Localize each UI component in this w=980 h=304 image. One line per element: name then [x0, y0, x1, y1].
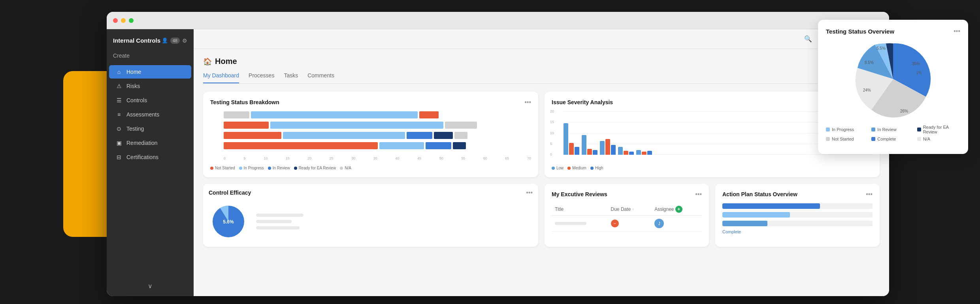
sidebar-item-controls[interactable]: ☰ Controls [109, 94, 191, 107]
action-bars [722, 203, 873, 226]
sidebar-item-home[interactable]: ⌂ Home [109, 65, 191, 79]
issue-severity-legend: Low Medium High [552, 166, 873, 170]
testing-panel-title: Testing Status Overview [826, 28, 894, 35]
sidebar-item-certifications-label: Certifications [126, 154, 158, 160]
legend-light-blue: In Progress [239, 166, 264, 170]
assessments-icon: ≡ [115, 111, 122, 118]
sidebar-title: Internal Controls [113, 37, 160, 44]
controls-icon: ☰ [115, 97, 122, 103]
legend-gray: N/A [340, 166, 351, 170]
main-content: 🔍 ⚙ 🔔 ? L L ▾ 🏠 Home My Dash [194, 29, 889, 296]
sidebar-item-controls-label: Controls [126, 97, 147, 103]
bar-axis: 0 5 10 15 20 25 30 35 40 45 50 [210, 156, 531, 160]
action-bar-overdue [722, 203, 873, 209]
tab-processes[interactable]: Processes [249, 72, 274, 83]
sidebar: Internal Controls 👤 48 ⚙ Create ⌂ Home ⚠ [107, 29, 194, 296]
card-control-efficacy-title: Control Efficacy [209, 190, 251, 196]
person-icon: 👤 [162, 38, 168, 43]
svg-text:26%: 26% [900, 109, 908, 113]
card-testing-breakdown-title: Testing Status Breakdown [210, 99, 279, 105]
sidebar-item-assessments-label: Assessments [126, 111, 159, 118]
bar-seg-lblue-1 [251, 111, 418, 118]
gear-icon[interactable]: ⚙ [182, 38, 187, 44]
tab-tasks[interactable]: Tasks [284, 72, 298, 83]
legend-ready-ea: Ready for EA Review [917, 125, 960, 134]
bar-seg-lblue-4 [379, 142, 424, 149]
bar-row-2 [210, 122, 531, 129]
bar-seg-gray-1 [224, 111, 249, 118]
bar-seg-orange-2 [224, 122, 269, 129]
issue-bar-group-3 [600, 139, 616, 155]
efficacy-card-body: 5.6% [209, 202, 533, 241]
dashboard-grid: Testing Status Breakdown ••• [203, 92, 880, 247]
add-assignee-icon[interactable]: + [675, 206, 682, 213]
sidebar-collapse-icon[interactable]: ∨ [148, 282, 153, 290]
tab-comments[interactable]: Comments [307, 72, 334, 83]
search-icon[interactable]: 🔍 [804, 35, 812, 43]
action-bar-complete [722, 221, 873, 226]
sidebar-item-testing-label: Testing [126, 126, 144, 132]
card-executive-reviews-menu[interactable]: ••• [695, 191, 702, 198]
traffic-light-red[interactable] [113, 18, 118, 23]
tab-dashboard[interactable]: My Dashboard [203, 72, 239, 83]
bar-chart-rows [210, 111, 531, 155]
bar-seg-dblue-4 [453, 142, 466, 149]
issue-bar-group-2 [582, 135, 597, 155]
testing-pie-chart-svg: 1% 35% 26% 24% 8.5% 5.5% [854, 39, 933, 118]
card-action-plan: Action Plan Status Overview ••• [715, 184, 880, 247]
card-testing-breakdown-header: Testing Status Breakdown ••• [210, 99, 531, 106]
sidebar-item-remediation-label: Remediation [126, 140, 158, 146]
sidebar-header: Internal Controls 👤 48 ⚙ [107, 34, 194, 50]
sidebar-item-certifications[interactable]: ⊟ Certifications [109, 150, 191, 164]
top-toolbar: 🔍 ⚙ 🔔 ? L L ▾ [194, 29, 889, 49]
card-control-efficacy-menu[interactable]: ••• [526, 189, 533, 196]
page-header: 🏠 Home [203, 57, 880, 66]
sidebar-item-risks[interactable]: ⚠ Risks [109, 79, 191, 93]
card-executive-reviews-title: My Excutive Reviews [552, 191, 607, 197]
card-action-plan-header: Action Plan Status Overview ••• [722, 191, 873, 198]
testing-panel-menu[interactable]: ••• [954, 28, 960, 35]
testing-overview-panel: Testing Status Overview ••• 1 [818, 20, 968, 154]
sidebar-item-risks-label: Risks [126, 83, 140, 89]
legend-na: N/A [917, 137, 960, 141]
traffic-light-yellow[interactable] [121, 18, 126, 23]
testing-pie-area: 1% 35% 26% 24% 8.5% 5.5% [826, 39, 960, 118]
minus-icon: − [611, 220, 619, 227]
bottom-right-cards: My Excutive Reviews ••• Title Due Date ↑ [545, 184, 880, 247]
testing-overview-legend: In Progress In Review Ready for EA Revie… [826, 125, 960, 141]
browser-window: Internal Controls 👤 48 ⚙ Create ⌂ Home ⚠ [107, 12, 889, 296]
bar-seg-lblue-2 [270, 122, 443, 129]
browser-titlebar [107, 12, 889, 29]
sidebar-item-home-label: Home [126, 69, 141, 75]
issue-bar-group-4 [618, 147, 634, 155]
svg-text:5.5%: 5.5% [876, 46, 886, 51]
sidebar-item-assessments[interactable]: ≡ Assessments [109, 108, 191, 121]
traffic-light-green[interactable] [129, 18, 134, 23]
card-control-efficacy: Control Efficacy ••• 5.6% [203, 184, 538, 247]
bar-seg-lblue-3 [283, 132, 405, 139]
issue-bar-group-1 [564, 123, 579, 155]
legend-orange: Not Started [210, 166, 235, 170]
svg-text:1%: 1% [916, 71, 922, 75]
sidebar-item-testing[interactable]: ⊙ Testing [109, 122, 191, 135]
bar-seg-gray-2 [445, 122, 477, 129]
sidebar-item-remediation[interactable]: ▣ Remediation [109, 136, 191, 150]
card-action-plan-menu[interactable]: ••• [866, 191, 873, 198]
svg-text:24%: 24% [863, 88, 871, 92]
sidebar-create-button[interactable]: Create [107, 50, 194, 65]
complete-label: Complete [722, 229, 873, 234]
legend-not-started: Not Started [826, 137, 869, 141]
card-executive-reviews-header: My Excutive Reviews ••• [552, 191, 702, 198]
legend-complete: Complete [871, 137, 914, 141]
sidebar-header-icons: 👤 48 ⚙ [162, 38, 187, 44]
testing-breakdown-legend: Not Started In Progress In Review [210, 166, 531, 170]
bar-row-4 [210, 142, 531, 149]
card-control-efficacy-header: Control Efficacy ••• [209, 189, 533, 196]
card-issue-severity-title: Issue Severity Analysis [552, 99, 613, 105]
page-tabs: My Dashboard Processes Tasks Comments [203, 72, 880, 84]
svg-text:5.6%: 5.6% [223, 219, 234, 225]
page-content: 🏠 Home My Dashboard Processes Tasks Comm… [194, 49, 889, 296]
bar-seg-orange-4 [224, 142, 378, 149]
card-testing-breakdown-menu[interactable]: ••• [524, 99, 531, 106]
col-due-date: Due Date ↑ [608, 203, 652, 216]
